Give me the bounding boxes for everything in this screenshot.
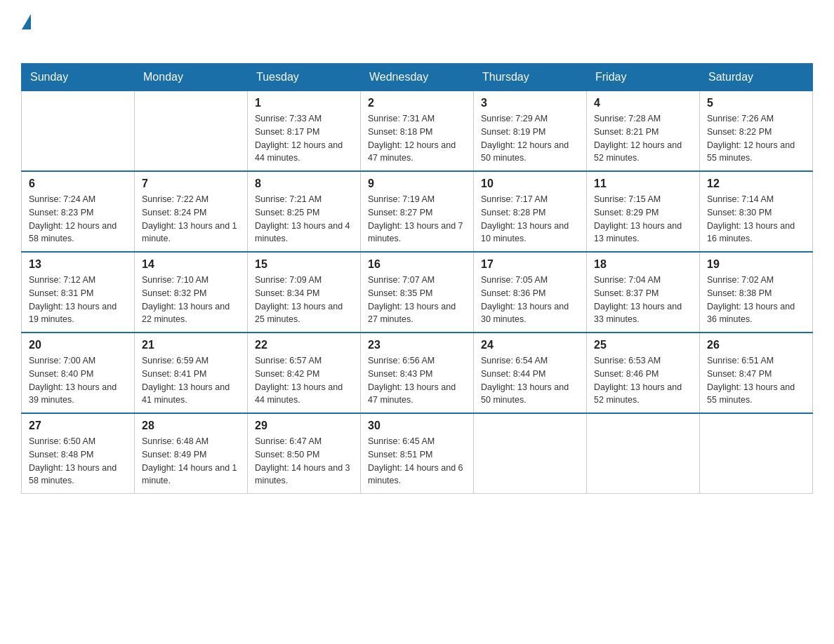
calendar-day-cell: 4Sunrise: 7:28 AMSunset: 8:21 PMDaylight… — [587, 91, 700, 172]
day-number: 14 — [142, 258, 240, 271]
day-number: 3 — [481, 97, 579, 109]
day-number: 6 — [29, 177, 127, 190]
day-sun-info: Sunrise: 7:14 AMSunset: 8:30 PMDaylight:… — [707, 193, 805, 246]
calendar-day-cell: 17Sunrise: 7:05 AMSunset: 8:36 PMDayligh… — [474, 252, 587, 333]
calendar-day-cell: 11Sunrise: 7:15 AMSunset: 8:29 PMDayligh… — [587, 171, 700, 252]
calendar-day-cell: 6Sunrise: 7:24 AMSunset: 8:23 PMDaylight… — [22, 171, 135, 252]
day-number: 29 — [255, 420, 353, 432]
calendar-week-row: 27Sunrise: 6:50 AMSunset: 8:48 PMDayligh… — [22, 413, 813, 494]
day-number: 13 — [29, 258, 127, 271]
calendar-day-cell: 7Sunrise: 7:22 AMSunset: 8:24 PMDaylight… — [135, 171, 248, 252]
day-number: 20 — [29, 339, 127, 351]
day-sun-info: Sunrise: 6:47 AMSunset: 8:50 PMDaylight:… — [255, 435, 353, 488]
day-number: 19 — [707, 258, 805, 271]
calendar-week-row: 6Sunrise: 7:24 AMSunset: 8:23 PMDaylight… — [22, 171, 813, 252]
day-number: 18 — [594, 258, 692, 271]
calendar-day-cell: 19Sunrise: 7:02 AMSunset: 8:38 PMDayligh… — [700, 252, 813, 333]
calendar-day-cell: 24Sunrise: 6:54 AMSunset: 8:44 PMDayligh… — [474, 333, 587, 413]
day-sun-info: Sunrise: 7:12 AMSunset: 8:31 PMDaylight:… — [29, 274, 127, 326]
calendar-day-cell: 26Sunrise: 6:51 AMSunset: 8:47 PMDayligh… — [700, 333, 813, 413]
day-sun-info: Sunrise: 6:48 AMSunset: 8:49 PMDaylight:… — [142, 435, 240, 488]
calendar-day-cell: 1Sunrise: 7:33 AMSunset: 8:17 PMDaylight… — [248, 91, 361, 172]
day-sun-info: Sunrise: 7:15 AMSunset: 8:29 PMDaylight:… — [594, 193, 692, 246]
day-number: 12 — [707, 177, 805, 190]
day-number: 27 — [29, 420, 127, 432]
day-sun-info: Sunrise: 7:17 AMSunset: 8:28 PMDaylight:… — [481, 193, 579, 246]
day-number: 4 — [594, 97, 692, 109]
calendar-day-cell: 27Sunrise: 6:50 AMSunset: 8:48 PMDayligh… — [22, 413, 135, 494]
day-number: 25 — [594, 339, 692, 351]
day-sun-info: Sunrise: 7:00 AMSunset: 8:40 PMDaylight:… — [29, 354, 127, 407]
day-sun-info: Sunrise: 7:24 AMSunset: 8:23 PMDaylight:… — [29, 193, 127, 246]
calendar-day-cell — [22, 91, 135, 172]
day-sun-info: Sunrise: 7:04 AMSunset: 8:37 PMDaylight:… — [594, 274, 692, 326]
day-sun-info: Sunrise: 7:10 AMSunset: 8:32 PMDaylight:… — [142, 274, 240, 326]
calendar-day-cell: 5Sunrise: 7:26 AMSunset: 8:22 PMDaylight… — [700, 91, 813, 172]
day-number: 26 — [707, 339, 805, 351]
day-sun-info: Sunrise: 7:29 AMSunset: 8:19 PMDaylight:… — [481, 112, 579, 165]
day-of-week-header: Sunday — [22, 64, 135, 91]
day-number: 1 — [255, 97, 353, 109]
day-sun-info: Sunrise: 7:07 AMSunset: 8:35 PMDaylight:… — [368, 274, 466, 326]
calendar-day-cell: 18Sunrise: 7:04 AMSunset: 8:37 PMDayligh… — [587, 252, 700, 333]
calendar-day-cell: 22Sunrise: 6:57 AMSunset: 8:42 PMDayligh… — [248, 333, 361, 413]
day-number: 10 — [481, 177, 579, 190]
calendar-day-cell: 3Sunrise: 7:29 AMSunset: 8:19 PMDaylight… — [474, 91, 587, 172]
calendar-day-cell: 20Sunrise: 7:00 AMSunset: 8:40 PMDayligh… — [22, 333, 135, 413]
day-number: 30 — [368, 420, 466, 432]
page-header — [21, 14, 813, 49]
day-sun-info: Sunrise: 7:05 AMSunset: 8:36 PMDaylight:… — [481, 274, 579, 326]
day-number: 2 — [368, 97, 466, 109]
day-sun-info: Sunrise: 6:59 AMSunset: 8:41 PMDaylight:… — [142, 354, 240, 407]
day-number: 9 — [368, 177, 466, 190]
day-number: 23 — [368, 339, 466, 351]
calendar-header-row: SundayMondayTuesdayWednesdayThursdayFrid… — [22, 64, 813, 91]
day-sun-info: Sunrise: 7:33 AMSunset: 8:17 PMDaylight:… — [255, 112, 353, 165]
calendar-day-cell: 12Sunrise: 7:14 AMSunset: 8:30 PMDayligh… — [700, 171, 813, 252]
calendar-day-cell: 28Sunrise: 6:48 AMSunset: 8:49 PMDayligh… — [135, 413, 248, 494]
calendar-day-cell — [700, 413, 813, 494]
day-of-week-header: Thursday — [474, 64, 587, 91]
day-number: 7 — [142, 177, 240, 190]
day-number: 15 — [255, 258, 353, 271]
calendar-day-cell: 16Sunrise: 7:07 AMSunset: 8:35 PMDayligh… — [361, 252, 474, 333]
day-sun-info: Sunrise: 6:54 AMSunset: 8:44 PMDaylight:… — [481, 354, 579, 407]
calendar-week-row: 13Sunrise: 7:12 AMSunset: 8:31 PMDayligh… — [22, 252, 813, 333]
day-number: 21 — [142, 339, 240, 351]
day-number: 17 — [481, 258, 579, 271]
calendar-day-cell: 25Sunrise: 6:53 AMSunset: 8:46 PMDayligh… — [587, 333, 700, 413]
day-sun-info: Sunrise: 7:31 AMSunset: 8:18 PMDaylight:… — [368, 112, 466, 165]
day-of-week-header: Saturday — [700, 64, 813, 91]
day-sun-info: Sunrise: 7:22 AMSunset: 8:24 PMDaylight:… — [142, 193, 240, 246]
day-sun-info: Sunrise: 6:57 AMSunset: 8:42 PMDaylight:… — [255, 354, 353, 407]
calendar-day-cell: 14Sunrise: 7:10 AMSunset: 8:32 PMDayligh… — [135, 252, 248, 333]
calendar-day-cell: 30Sunrise: 6:45 AMSunset: 8:51 PMDayligh… — [361, 413, 474, 494]
calendar-day-cell: 2Sunrise: 7:31 AMSunset: 8:18 PMDaylight… — [361, 91, 474, 172]
calendar-day-cell: 8Sunrise: 7:21 AMSunset: 8:25 PMDaylight… — [248, 171, 361, 252]
day-of-week-header: Friday — [587, 64, 700, 91]
day-of-week-header: Tuesday — [248, 64, 361, 91]
day-sun-info: Sunrise: 7:21 AMSunset: 8:25 PMDaylight:… — [255, 193, 353, 246]
calendar-day-cell: 10Sunrise: 7:17 AMSunset: 8:28 PMDayligh… — [474, 171, 587, 252]
day-sun-info: Sunrise: 7:09 AMSunset: 8:34 PMDaylight:… — [255, 274, 353, 326]
calendar-week-row: 20Sunrise: 7:00 AMSunset: 8:40 PMDayligh… — [22, 333, 813, 413]
calendar-table: SundayMondayTuesdayWednesdayThursdayFrid… — [21, 63, 813, 494]
day-of-week-header: Monday — [135, 64, 248, 91]
day-number: 22 — [255, 339, 353, 351]
calendar-day-cell: 29Sunrise: 6:47 AMSunset: 8:50 PMDayligh… — [248, 413, 361, 494]
day-sun-info: Sunrise: 7:02 AMSunset: 8:38 PMDaylight:… — [707, 274, 805, 326]
day-number: 24 — [481, 339, 579, 351]
calendar-day-cell: 23Sunrise: 6:56 AMSunset: 8:43 PMDayligh… — [361, 333, 474, 413]
calendar-day-cell — [135, 91, 248, 172]
day-sun-info: Sunrise: 6:56 AMSunset: 8:43 PMDaylight:… — [368, 354, 466, 407]
calendar-day-cell: 9Sunrise: 7:19 AMSunset: 8:27 PMDaylight… — [361, 171, 474, 252]
calendar-day-cell — [474, 413, 587, 494]
day-sun-info: Sunrise: 6:51 AMSunset: 8:47 PMDaylight:… — [707, 354, 805, 407]
day-number: 11 — [594, 177, 692, 190]
day-sun-info: Sunrise: 7:26 AMSunset: 8:22 PMDaylight:… — [707, 112, 805, 165]
calendar-day-cell — [587, 413, 700, 494]
logo — [21, 14, 46, 49]
calendar-day-cell: 15Sunrise: 7:09 AMSunset: 8:34 PMDayligh… — [248, 252, 361, 333]
day-number: 16 — [368, 258, 466, 271]
day-number: 8 — [255, 177, 353, 190]
